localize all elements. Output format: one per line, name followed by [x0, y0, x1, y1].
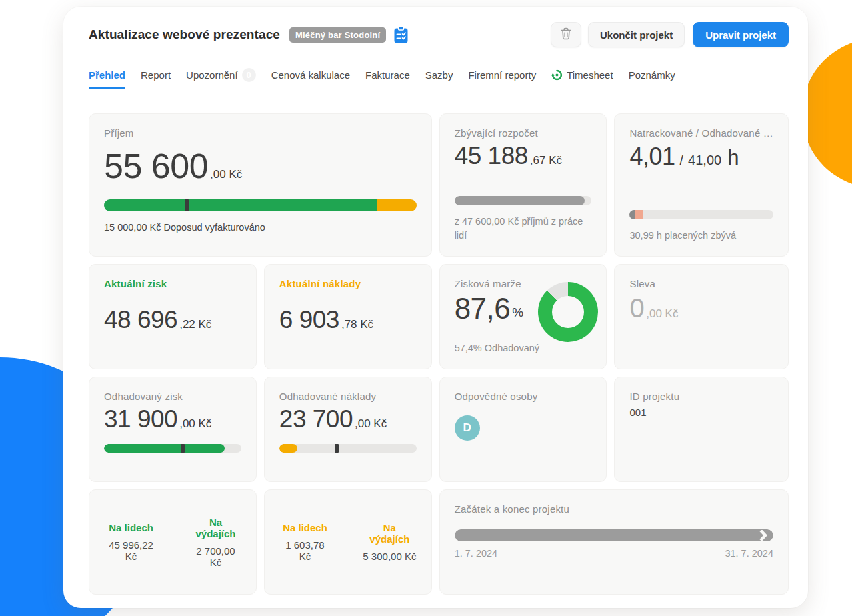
card-project-timeline: Začátek a konec projektu 1. 7. 2024 31. … [439, 489, 789, 595]
profit-margin-caption: 57,4% Odhadovaný [455, 341, 592, 355]
card-current-profit: Aktuální zisk 48 696,22 Kč [89, 264, 257, 369]
tab-fakturace[interactable]: Fakturace [365, 67, 410, 89]
edit-project-button[interactable]: Upravit projekt [693, 22, 789, 47]
finish-project-button[interactable]: Ukončit projekt [588, 22, 685, 47]
current-profit-value: 48 696,22 Kč [104, 307, 241, 334]
current-costs-value: 6 903,78 Kč [279, 307, 417, 334]
income-caption: 15 000,00 Kč Doposud vyfakturováno [104, 221, 417, 235]
project-panel: Aktualizace webové prezentace Mléčný bar… [63, 7, 808, 608]
card-income: Příjem 55 600,00 Kč 15 000,00 Kč Doposud… [89, 113, 432, 257]
card-tracked-hours: Natrackované / Odhadované … 4,01 / 41,00… [614, 113, 789, 257]
tab-prehled[interactable]: Přehled [89, 67, 125, 89]
card-profit-margin: Zisková marže 87,6 % 57,4% Odhadovaný [439, 264, 607, 369]
profit-people-col: Na lidech 45 996,22 Kč [104, 522, 158, 562]
timeline-label: Začátek a konec projektu [455, 503, 773, 515]
card-discount: Sleva 0,00 Kč [614, 264, 789, 369]
card-project-id: ID projektu 001 [614, 377, 789, 482]
current-costs-label: Aktuální náklady [279, 278, 417, 289]
card-responsible-people: Odpovědné osoby D [439, 377, 607, 482]
card-income-label: Příjem [104, 127, 417, 139]
timesheet-history-icon [551, 69, 563, 81]
estimated-profit-value: 31 900,00 Kč [104, 406, 241, 433]
income-progress-bar [104, 199, 417, 211]
remaining-budget-label: Zbývající rozpočet [455, 127, 592, 139]
avatar[interactable]: D [455, 415, 480, 441]
project-id-label: ID projektu [629, 391, 773, 402]
remaining-budget-caption: z 47 600,00 Kč příjmů z práce lidí [455, 215, 592, 243]
tab-report[interactable]: Report [141, 67, 171, 89]
card-estimated-profit: Odhadovaný zisk 31 900,00 Kč [89, 377, 257, 482]
dashboard-grid: Příjem 55 600,00 Kč 15 000,00 Kč Doposud… [89, 113, 789, 595]
header: Aktualizace webové prezentace Mléčný bar… [89, 7, 789, 48]
tab-timesheet[interactable]: Timesheet [551, 67, 613, 89]
tab-bar: Přehled Report Upozornění 0 Cenová kalku… [89, 65, 789, 91]
estimated-profit-label: Odhadovaný zisk [104, 391, 241, 402]
tab-sazby[interactable]: Sazby [425, 67, 453, 89]
delete-project-button[interactable] [551, 22, 581, 47]
costs-people-col: Na lidech 1 603,78 Kč [279, 522, 331, 562]
tab-firemni-reporty[interactable]: Firemní reporty [468, 67, 536, 89]
timeline-bar [455, 529, 773, 541]
tracked-hours-bar [629, 210, 773, 219]
tracked-hours-label: Natrackované / Odhadované … [629, 127, 773, 139]
current-profit-label: Aktuální zisk [104, 278, 241, 289]
project-id-value: 001 [629, 407, 773, 418]
estimated-costs-value: 23 700,00 Kč [279, 406, 417, 433]
client-badge: Mléčný bar Stodolní [289, 27, 386, 43]
discount-value: 0,00 Kč [629, 293, 773, 323]
discount-label: Sleva [629, 278, 773, 289]
timeline-start-date: 1. 7. 2024 [455, 548, 498, 559]
income-value: 55 600,00 Kč [104, 148, 417, 185]
page-title: Aktualizace webové prezentace [89, 27, 280, 42]
card-remaining-budget: Zbývající rozpočet 45 188,67 Kč z 47 600… [439, 113, 607, 257]
tab-poznamky[interactable]: Poznámky [629, 67, 675, 89]
remaining-budget-bar [455, 196, 592, 205]
timeline-today-chevron [759, 530, 767, 541]
tab-cenova-kalkulace[interactable]: Cenová kalkulace [271, 67, 350, 89]
costs-expenses-col: Na výdajích 5 300,00 Kč [363, 522, 417, 562]
clipboard-icon [393, 26, 409, 44]
tracked-hours-caption: 30,99 h placených zbývá [629, 229, 773, 243]
remaining-budget-value: 45 188,67 Kč [455, 143, 592, 170]
timeline-end-date: 31. 7. 2024 [725, 548, 773, 559]
card-costs-breakdown: Na lidech 1 603,78 Kč Na výdajích 5 300,… [264, 489, 432, 595]
profit-margin-donut-chart [538, 282, 598, 342]
estimated-profit-bar [104, 444, 241, 453]
responsible-people-label: Odpovědné osoby [455, 391, 592, 402]
tracked-hours-value: 4,01 / 41,00 h [629, 143, 773, 171]
invoiced-marker [185, 199, 189, 211]
notification-count-badge: 0 [242, 68, 256, 82]
profit-expenses-col: Na výdajích 2 700,00 Kč [190, 517, 241, 568]
trash-icon [560, 27, 572, 42]
card-profit-breakdown: Na lidech 45 996,22 Kč Na výdajích 2 700… [89, 489, 257, 595]
tab-upozorneni[interactable]: Upozornění 0 [186, 65, 256, 91]
estimated-costs-label: Odhadované náklady [279, 391, 417, 402]
estimated-costs-bar [279, 444, 417, 453]
decor-orange-circle [802, 39, 852, 188]
card-current-costs: Aktuální náklady 6 903,78 Kč [264, 264, 432, 369]
card-estimated-costs: Odhadované náklady 23 700,00 Kč [264, 377, 432, 482]
